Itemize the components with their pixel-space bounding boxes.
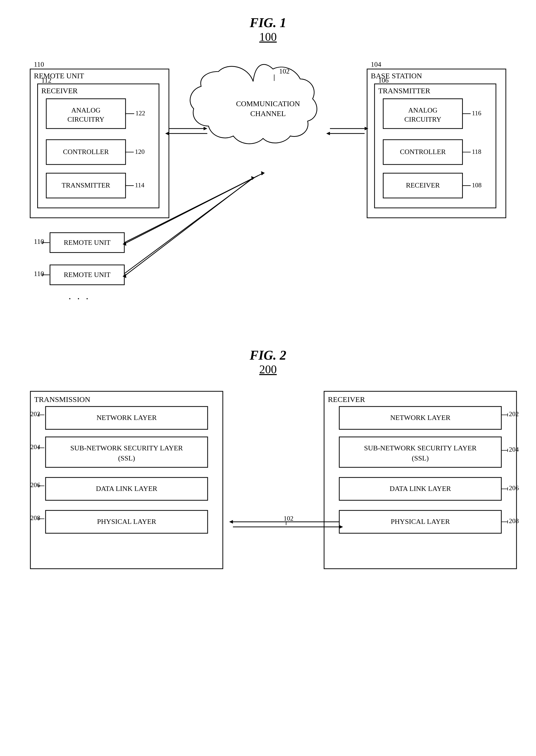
svg-text:102: 102	[284, 515, 293, 522]
svg-text:TRANSMITTER: TRANSMITTER	[61, 181, 110, 189]
page: FIG. 1 100 REMOTE UNIT 110 RECEIVER 112 …	[0, 0, 536, 756]
svg-marker-55	[326, 132, 330, 135]
svg-text:202: 202	[509, 410, 519, 418]
fig2-diagram: TRANSMISSION 202 NETWORK LAYER 204 SUB-N…	[20, 384, 516, 581]
svg-line-70	[124, 178, 253, 274]
svg-text:112: 112	[41, 77, 51, 84]
svg-text:NETWORK LAYER: NETWORK LAYER	[390, 414, 451, 421]
svg-text:TRANSMITTER: TRANSMITTER	[378, 87, 430, 95]
svg-text:110: 110	[34, 60, 44, 68]
fig1-label: FIG. 1	[250, 16, 286, 30]
svg-text:SUB-NETWORK SECURITY LAYER: SUB-NETWORK SECURITY LAYER	[364, 444, 477, 452]
svg-marker-49	[204, 127, 207, 130]
svg-text:204: 204	[509, 446, 519, 453]
svg-text:110: 110	[34, 238, 44, 245]
fig1-number: 100	[20, 30, 516, 44]
svg-text:(SSL): (SSL)	[118, 454, 135, 462]
svg-text:208: 208	[509, 517, 519, 524]
svg-text:CIRCUITRY: CIRCUITRY	[67, 116, 104, 123]
svg-rect-12	[46, 140, 125, 164]
svg-text:106: 106	[378, 77, 389, 84]
svg-marker-73	[122, 274, 126, 278]
svg-marker-51	[165, 132, 169, 135]
svg-text:114: 114	[135, 181, 144, 189]
svg-rect-65	[50, 265, 124, 285]
svg-text:202: 202	[30, 410, 40, 418]
svg-line-72	[124, 181, 250, 276]
svg-rect-34	[383, 140, 463, 164]
svg-rect-22	[367, 69, 506, 218]
fig1-title: FIG. 1 100	[20, 15, 516, 44]
svg-text:102: 102	[279, 67, 290, 75]
svg-rect-28	[383, 99, 463, 128]
svg-text:DATA LINK LAYER: DATA LINK LAYER	[96, 485, 157, 492]
svg-text:120: 120	[135, 148, 145, 155]
svg-rect-6	[46, 99, 125, 128]
svg-text:REMOTE UNIT: REMOTE UNIT	[64, 271, 111, 278]
svg-text:PHYSICAL LAYER: PHYSICAL LAYER	[97, 518, 156, 525]
svg-text:PHYSICAL LAYER: PHYSICAL LAYER	[391, 518, 450, 525]
svg-rect-56	[50, 233, 124, 252]
svg-text:RECEIVER: RECEIVER	[406, 181, 440, 189]
svg-text:RECEIVER: RECEIVER	[328, 395, 365, 404]
fig1-svg: REMOTE UNIT 110 RECEIVER 112 ANALOG CIRC…	[20, 49, 516, 327]
svg-text:206: 206	[30, 481, 40, 488]
svg-rect-17	[46, 173, 125, 198]
svg-text:CHANNEL: CHANNEL	[250, 109, 285, 118]
svg-text:118: 118	[472, 148, 481, 155]
svg-rect-0	[30, 69, 169, 218]
svg-text:CONTROLLER: CONTROLLER	[63, 148, 109, 156]
svg-marker-124	[229, 520, 233, 523]
svg-rect-3	[38, 84, 159, 208]
fig2-label: FIG. 2	[250, 348, 286, 362]
svg-rect-87	[46, 437, 208, 467]
svg-text:104: 104	[371, 60, 381, 68]
svg-text:BASE STATION: BASE STATION	[371, 72, 422, 80]
svg-rect-39	[383, 173, 463, 198]
svg-marker-62	[261, 171, 265, 175]
svg-text:·: ·	[77, 293, 80, 304]
svg-marker-71	[251, 176, 255, 180]
fig2-svg: TRANSMISSION 202 NETWORK LAYER 204 SUB-N…	[20, 384, 527, 581]
svg-text:RECEIVER: RECEIVER	[41, 87, 78, 95]
svg-text:·: ·	[86, 293, 88, 304]
fig2-section: FIG. 2 200 TRANSMISSION 202 NETWORK LAYE…	[20, 348, 516, 581]
svg-text:110: 110	[34, 270, 44, 277]
fig1-diagram: REMOTE UNIT 110 RECEIVER 112 ANALOG CIRC…	[20, 49, 516, 327]
svg-text:116: 116	[472, 109, 481, 117]
fig2-number: 200	[20, 363, 516, 376]
svg-text:COMMUNICATION: COMMUNICATION	[236, 100, 300, 108]
svg-text:NETWORK LAYER: NETWORK LAYER	[96, 414, 157, 421]
svg-text:122: 122	[135, 109, 145, 117]
fig2-title: FIG. 2 200	[20, 348, 516, 376]
svg-text:(SSL): (SSL)	[412, 454, 429, 462]
svg-text:206: 206	[509, 484, 519, 492]
svg-text:REMOTE UNIT: REMOTE UNIT	[64, 239, 111, 246]
svg-text:204: 204	[30, 443, 40, 450]
svg-line-61	[124, 173, 263, 242]
svg-marker-53	[365, 127, 368, 130]
svg-text:ANALOG: ANALOG	[71, 106, 101, 114]
svg-text:CIRCUITRY: CIRCUITRY	[404, 116, 441, 123]
svg-text:ANALOG: ANALOG	[408, 106, 438, 114]
svg-text:108: 108	[472, 181, 482, 189]
svg-text:REMOTE UNIT: REMOTE UNIT	[34, 72, 84, 80]
svg-rect-25	[375, 84, 496, 208]
svg-text:208: 208	[30, 514, 40, 522]
svg-text:SUB-NETWORK SECURITY LAYER: SUB-NETWORK SECURITY LAYER	[70, 444, 183, 452]
svg-text:CONTROLLER: CONTROLLER	[400, 148, 446, 156]
svg-rect-107	[339, 437, 501, 467]
svg-text:·: ·	[69, 293, 71, 304]
svg-marker-64	[122, 242, 126, 246]
svg-text:DATA LINK LAYER: DATA LINK LAYER	[390, 485, 451, 492]
svg-line-63	[124, 176, 258, 244]
svg-text:TRANSMISSION: TRANSMISSION	[34, 395, 90, 404]
